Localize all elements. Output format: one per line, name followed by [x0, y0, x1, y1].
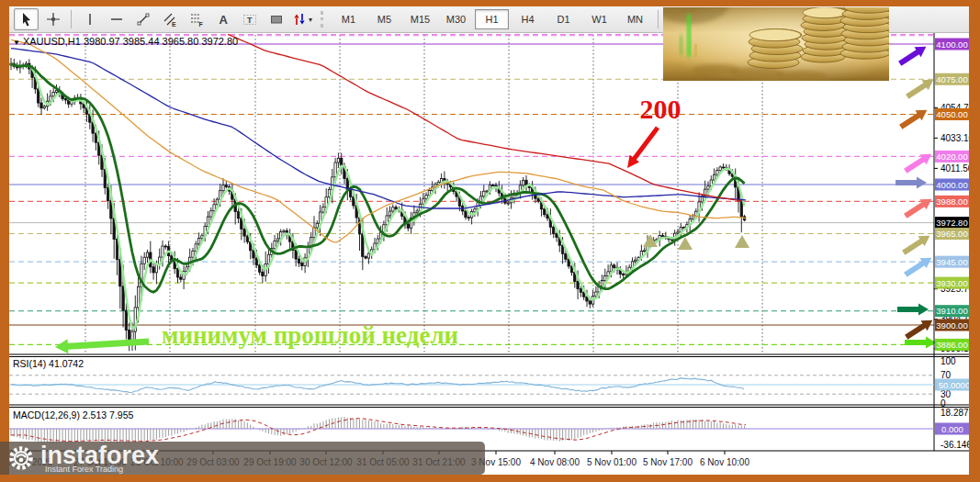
macd-signal-line — [11, 419, 746, 442]
tool-arrows-list-button[interactable]: ▾ — [290, 8, 315, 30]
chart-plot[interactable]: 4054.704033.104011.503925.703904.103883.… — [9, 33, 969, 475]
gold-coins-photo — [663, 7, 889, 81]
svg-text:0.000: 0.000 — [941, 424, 963, 434]
annotation-arrow — [906, 80, 933, 99]
price-axis-label: 4011.50 — [941, 163, 969, 174]
gold-coins-art — [663, 7, 889, 81]
chart-symbol-title: ▼XAUUSD,H1 3980.97 3985.44 3965.80 3972.… — [13, 36, 238, 47]
macd-axis-top: 18.287 — [941, 408, 969, 418]
dropdown-caret-icon[interactable]: ▾ — [309, 16, 312, 24]
price-tag-text: 3988.00 — [936, 196, 967, 207]
price-tag-text: 4100.00 — [936, 39, 967, 50]
rsi-axis-label: 0 — [941, 398, 946, 409]
timeframe-h4-button[interactable]: H4 — [511, 9, 545, 29]
tool-fibonacci-button[interactable]: F — [184, 8, 208, 30]
instaforex-tagline: Instant Forex Trading — [45, 465, 123, 474]
symbol-ohlc-text: XAUUSD,H1 3980.97 3985.44 3965.80 3972.8… — [23, 36, 238, 47]
toolbar-separator — [658, 10, 659, 28]
ma-orange — [11, 39, 746, 241]
last-week-minimum-annotation: минимум прошлой недели — [162, 321, 458, 350]
toolbar-separator — [71, 10, 72, 28]
price-tag-text: 3945.00 — [936, 257, 967, 267]
timeframe-m5-button[interactable]: M5 — [367, 9, 401, 29]
annotation-arrow — [627, 127, 659, 169]
price-tag-text: 3910.00 — [936, 306, 967, 316]
annotation-arrow — [904, 258, 931, 277]
timeframe-m1-button[interactable]: M1 — [332, 9, 366, 29]
annotation-arrow — [898, 47, 926, 66]
buy-signal-triangle-icon — [735, 235, 749, 248]
price-axis-label: 4033.10 — [941, 133, 969, 143]
tool-vertical-line-button[interactable] — [77, 8, 102, 30]
ma200-annotation: 200 — [637, 94, 683, 125]
symbol-dropdown-icon[interactable]: ▼ — [13, 39, 20, 47]
price-tag-text: 3886.00 — [936, 340, 967, 350]
tool-trendline-button[interactable] — [130, 8, 155, 30]
price-tag-text: 3930.00 — [936, 278, 967, 288]
toolbar-separator — [321, 11, 326, 28]
svg-text:F: F — [198, 21, 203, 28]
time-axis-label: 6 Nov 10:00 — [700, 457, 749, 467]
tool-cursor-button[interactable] — [14, 8, 39, 30]
annotation-arrow — [905, 320, 932, 340]
svg-text:T: T — [247, 16, 253, 25]
chart-area: 4054.704033.104011.503925.703904.103883.… — [9, 33, 969, 475]
svg-text:E: E — [172, 21, 176, 28]
time-axis-label: 4 Nov 08:00 — [530, 457, 580, 467]
tool-horizontal-line-button[interactable] — [104, 8, 129, 30]
timeframe-mn-button[interactable]: MN — [618, 9, 652, 29]
tool-text-button[interactable]: A — [210, 8, 235, 30]
macd-indicator-label: MACD(12,26,9) 2.513 7.955 — [13, 409, 133, 420]
time-axis-label: 5 Nov 17:00 — [643, 457, 693, 467]
instaforex-gear-bull-icon — [7, 444, 35, 476]
timeframe-d1-button[interactable]: D1 — [546, 9, 580, 29]
timeframe-w1-button[interactable]: W1 — [582, 9, 616, 29]
svg-text:50.0000: 50.0000 — [939, 380, 969, 390]
metatrader-window: EFAT▾M1M5M15M30H1H4D1W1MN 4054.704033.10… — [0, 0, 980, 482]
timeframe-h1-button[interactable]: H1 — [475, 9, 509, 29]
price-tag-text: 4000.00 — [936, 180, 967, 190]
annotation-arrow — [904, 154, 931, 174]
price-tag-text: 4050.00 — [936, 109, 967, 119]
price-tag-text: 4020.00 — [936, 151, 967, 162]
tool-equidistant-channel-button[interactable]: E — [157, 8, 182, 30]
svg-text:A: A — [219, 13, 228, 27]
tool-text-label-button[interactable]: T — [237, 8, 262, 30]
annotation-arrow — [899, 110, 927, 129]
annotation-arrow — [902, 236, 929, 255]
macd-axis-bottom: -36.146 — [941, 440, 969, 450]
timeframe-m30-button[interactable]: M30 — [439, 9, 473, 29]
price-tag-text: 3900.00 — [936, 320, 967, 331]
tool-rectangle-button[interactable] — [264, 8, 288, 30]
price-tag-text: 4075.00 — [936, 74, 967, 84]
instaforex-watermark: instaforex Instant Forex Trading — [0, 442, 485, 475]
time-axis-label: 5 Nov 01:00 — [587, 457, 636, 467]
rsi-indicator-label: RSI(14) 41.0742 — [13, 358, 84, 369]
tool-crosshair-button[interactable] — [40, 8, 65, 30]
annotation-arrow — [897, 304, 929, 316]
rsi-axis-label: 100 — [941, 356, 956, 366]
annotation-arrow — [896, 177, 927, 189]
timeframe-m15-button[interactable]: M15 — [403, 9, 437, 29]
price-tag-text: 3965.00 — [936, 229, 967, 239]
annotation-arrow — [904, 199, 931, 219]
price-tag-text: 3972.80 — [936, 218, 967, 228]
